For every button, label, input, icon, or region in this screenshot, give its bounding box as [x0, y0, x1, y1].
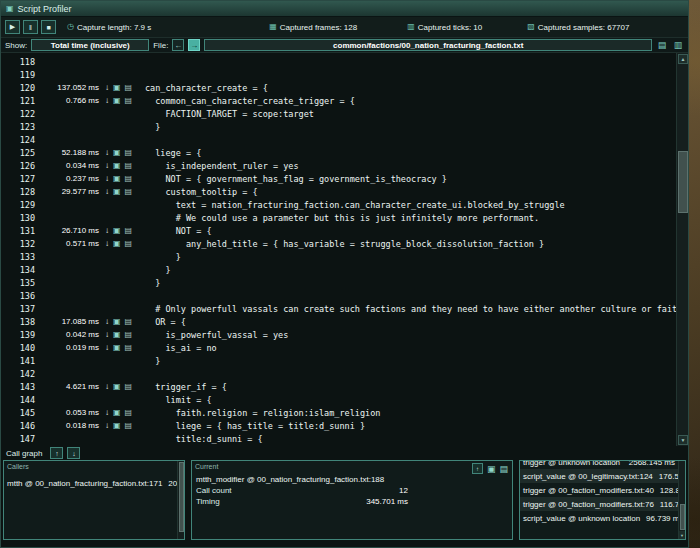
- line-time: 137.052 ms: [39, 83, 99, 92]
- expand-node-icon[interactable]: ↓: [105, 84, 109, 92]
- goto-call-graph-icon[interactable]: ▣: [113, 149, 121, 157]
- line-number: 120: [1, 83, 39, 93]
- goto-call-graph-icon[interactable]: ▣: [113, 422, 121, 430]
- goto-call-graph-icon[interactable]: ▣: [113, 175, 121, 183]
- line-code: OR = {: [145, 317, 186, 327]
- stop-button[interactable]: ■: [41, 20, 56, 34]
- line-number: 143: [1, 382, 39, 392]
- code-scrollbar-thumb[interactable]: [678, 151, 688, 213]
- goto-source-icon[interactable]: ▣: [487, 464, 496, 474]
- callee-row[interactable]: trigger @ 00_faction_modifiers.txt:76116…: [520, 497, 678, 511]
- file-icon[interactable]: ▤: [125, 240, 133, 248]
- scroll-down-icon[interactable]: ▼: [679, 531, 685, 539]
- line-actions: ↓▣▤: [99, 383, 145, 391]
- caller-row[interactable]: mtth @ 00_nation_fracturing_faction.txt:…: [4, 477, 184, 490]
- callee-row[interactable]: script_value @ 00_legitimacy.txt:124176.…: [520, 469, 678, 483]
- expand-node-icon[interactable]: ↓: [105, 149, 109, 157]
- file-icon[interactable]: ▤: [125, 422, 133, 430]
- expand-node-icon[interactable]: ↓: [105, 383, 109, 391]
- code-line: 12829.577 ms↓▣▤ custom_tooltip = {: [1, 185, 675, 198]
- goto-call-graph-icon[interactable]: ▣: [113, 318, 121, 326]
- file-icon[interactable]: ▤: [125, 175, 133, 183]
- goto-call-graph-icon[interactable]: ▣: [113, 227, 121, 235]
- captured-samples-stat: ▧ Captured samples: 67707: [527, 23, 629, 32]
- go-to-caller-button[interactable]: ↑: [472, 463, 483, 474]
- goto-call-graph-icon[interactable]: ▣: [113, 344, 121, 352]
- callees-scrollbar-thumb[interactable]: [680, 504, 685, 530]
- expand-node-icon[interactable]: ↓: [105, 318, 109, 326]
- show-label: Show:: [5, 41, 27, 50]
- file-path-field[interactable]: common/factions/00_nation_fracturing_fac…: [204, 39, 652, 51]
- line-time: 0.237 ms: [39, 174, 99, 183]
- call-graph-down-button[interactable]: ↓: [67, 447, 80, 459]
- goto-call-graph-icon[interactable]: ▣: [113, 240, 121, 248]
- call-graph-up-button[interactable]: ↑: [50, 447, 63, 459]
- line-number: 140: [1, 343, 39, 353]
- file-icon[interactable]: ▤: [125, 149, 133, 157]
- window-title: Script Profiler: [18, 4, 72, 14]
- line-number: 138: [1, 317, 39, 327]
- file-icon[interactable]: ▤: [125, 318, 133, 326]
- goto-call-graph-icon[interactable]: ▣: [113, 331, 121, 339]
- expand-node-icon[interactable]: ↓: [105, 97, 109, 105]
- title-bar[interactable]: ▣ Script Profiler: [1, 1, 688, 17]
- pause-button[interactable]: ‖: [23, 20, 38, 34]
- open-file-icon[interactable]: ▤: [499, 464, 508, 474]
- line-code: is_ai = no: [145, 343, 217, 353]
- copy-path-icon[interactable]: ▥: [672, 39, 684, 51]
- expand-node-icon[interactable]: ↓: [105, 188, 109, 196]
- line-actions: ↓▣▤: [99, 227, 145, 235]
- expand-node-icon[interactable]: ↓: [105, 422, 109, 430]
- code-scrollbar[interactable]: ▲ ▼: [676, 53, 688, 446]
- file-icon[interactable]: ▤: [125, 188, 133, 196]
- file-icon[interactable]: ▤: [125, 409, 133, 417]
- captured-frames-stat: ▦ Captured frames: 128: [269, 23, 357, 32]
- expand-node-icon[interactable]: ↓: [105, 162, 109, 170]
- expand-node-icon[interactable]: ↓: [105, 240, 109, 248]
- line-time: 26.710 ms: [39, 226, 99, 235]
- scroll-up-icon[interactable]: ▲: [678, 54, 688, 64]
- callee-row[interactable]: script_value @ unknown location96.739 ms: [520, 511, 678, 525]
- show-mode-select[interactable]: Total time (inclusive): [31, 39, 149, 51]
- script-profiler-window: ▣ Script Profiler ▶ ‖ ■ ◷ Capture length…: [0, 0, 689, 548]
- callers-scrollbar[interactable]: [177, 461, 184, 539]
- file-icon[interactable]: ▤: [125, 97, 133, 105]
- file-icon[interactable]: ▤: [125, 383, 133, 391]
- code-view: 118119120137.052 ms↓▣▤can_character_crea…: [1, 53, 688, 446]
- callee-row[interactable]: trigger @ 00_faction_modifiers.txt:40128…: [520, 483, 678, 497]
- field-label: Timing: [196, 497, 318, 506]
- app-icon: ▣: [6, 5, 14, 13]
- file-icon[interactable]: ▤: [125, 84, 133, 92]
- expand-node-icon[interactable]: ↓: [105, 409, 109, 417]
- callers-scrollbar-thumb[interactable]: [179, 462, 184, 532]
- expand-node-icon[interactable]: ↓: [105, 175, 109, 183]
- filter-bar: Show: Total time (inclusive) File: ← → c…: [1, 38, 688, 53]
- callee-name: trigger @ 00_faction_modifiers.txt:76: [523, 500, 654, 509]
- code-line: 13817.085 ms↓▣▤ OR = {: [1, 315, 675, 328]
- callee-time: 96.739 ms: [640, 514, 678, 523]
- file-back-button[interactable]: ←: [172, 39, 184, 51]
- goto-call-graph-icon[interactable]: ▣: [113, 409, 121, 417]
- file-icon[interactable]: ▤: [125, 331, 133, 339]
- callee-row[interactable]: trigger @ unknown location2568.145 ms: [520, 460, 678, 469]
- goto-call-graph-icon[interactable]: ▣: [113, 97, 121, 105]
- file-icon[interactable]: ▤: [125, 162, 133, 170]
- goto-call-graph-icon[interactable]: ▣: [113, 162, 121, 170]
- line-time: 4.621 ms: [39, 382, 99, 391]
- expand-node-icon[interactable]: ↓: [105, 331, 109, 339]
- line-number: 141: [1, 356, 39, 366]
- goto-call-graph-icon[interactable]: ▣: [113, 383, 121, 391]
- scroll-down-icon[interactable]: ▼: [678, 435, 688, 445]
- file-forward-button[interactable]: →: [188, 39, 200, 51]
- file-icon[interactable]: ▤: [125, 344, 133, 352]
- goto-call-graph-icon[interactable]: ▣: [113, 84, 121, 92]
- open-file-icon[interactable]: ▤: [656, 39, 668, 51]
- file-icon[interactable]: ▤: [125, 227, 133, 235]
- expand-node-icon[interactable]: ↓: [105, 227, 109, 235]
- field-label: Call count: [196, 486, 318, 495]
- play-button[interactable]: ▶: [5, 20, 20, 34]
- goto-call-graph-icon[interactable]: ▣: [113, 188, 121, 196]
- line-code: FACTION_TARGET = scope:target: [145, 109, 314, 119]
- callees-scrollbar[interactable]: ▼: [678, 461, 685, 539]
- expand-node-icon[interactable]: ↓: [105, 344, 109, 352]
